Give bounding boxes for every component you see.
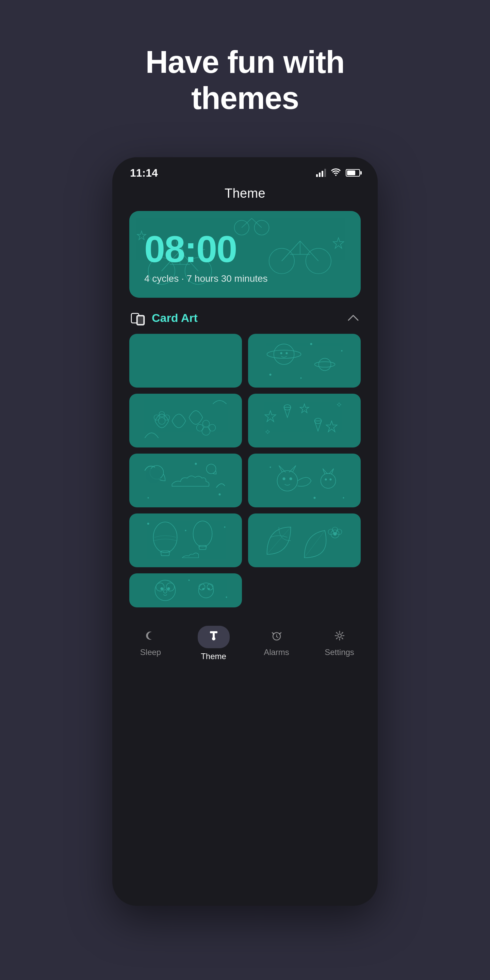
alarm-icon [271,630,282,644]
gear-icon [334,630,345,644]
svg-point-59 [343,497,344,498]
status-time: 11:14 [130,167,158,179]
svg-point-58 [270,466,271,468]
screen-title: Theme [129,186,361,201]
svg-point-70 [224,527,226,528]
section-header-left: Card Art [130,311,198,326]
time-display: 08:00 [144,227,346,270]
svg-point-61 [153,522,177,553]
svg-point-41 [203,420,210,427]
svg-point-92 [212,637,215,640]
page-headline: Have fun with themes [145,44,344,116]
svg-point-54 [290,477,292,480]
svg-point-48 [207,464,216,474]
phone-frame: 11:14 Theme [112,157,378,906]
art-card-7[interactable] [129,514,242,567]
svg-point-81 [167,587,170,590]
svg-line-95 [277,637,278,638]
art-card-8[interactable] [248,514,361,567]
svg-point-56 [325,479,327,480]
chevron-up-icon[interactable] [347,312,360,324]
screen-content: Theme [112,183,378,608]
bottom-nav: Sleep Theme [112,617,378,678]
svg-point-82 [164,590,167,593]
svg-point-96 [338,634,341,637]
nav-label-theme: Theme [201,652,226,661]
svg-point-88 [189,579,190,581]
svg-point-29 [315,362,335,367]
svg-point-60 [314,497,316,499]
card-art-section-header: Card Art [129,311,361,326]
svg-line-22 [252,218,262,227]
art-card-3[interactable] [129,394,242,447]
svg-point-80 [161,587,163,590]
art-card-5[interactable] [129,453,242,508]
svg-point-34 [280,352,282,354]
svg-rect-66 [199,546,206,550]
nav-label-sleep: Sleep [140,648,161,657]
svg-point-28 [319,358,331,371]
svg-point-26 [274,344,294,364]
nav-icon-wrap-theme [198,626,230,648]
svg-point-32 [341,350,343,352]
nav-label-alarms: Alarms [264,648,289,657]
moon-icon [145,630,156,644]
time-subtitle: 4 cycles · 7 hours 30 minutes [144,273,346,284]
battery-icon [346,169,360,177]
brush-icon [208,630,220,644]
svg-point-57 [330,479,332,480]
svg-point-78 [156,583,164,591]
svg-point-49 [195,463,197,465]
svg-point-83 [199,583,214,598]
svg-point-87 [208,588,210,590]
svg-point-50 [219,493,221,495]
svg-point-52 [277,471,298,491]
signal-icon [316,169,326,177]
card-art-label: Card Art [152,311,198,325]
svg-point-51 [148,497,149,498]
status-bar: 11:14 [112,157,378,183]
nav-item-settings[interactable]: Settings [308,630,371,657]
svg-point-65 [193,521,212,547]
svg-rect-62 [161,551,169,556]
svg-point-47 [146,468,161,483]
svg-point-55 [321,473,336,488]
art-card-2[interactable] [248,334,361,388]
svg-point-76 [334,532,337,536]
svg-point-86 [202,588,205,590]
svg-point-69 [147,523,150,525]
svg-rect-90 [210,631,218,633]
svg-point-30 [310,343,312,345]
svg-point-35 [286,352,288,354]
svg-point-43 [209,424,216,431]
time-card: 08:00 4 cycles · 7 hours 30 minutes [129,211,361,298]
svg-point-79 [166,583,175,591]
art-card-1[interactable] [129,334,242,388]
wifi-icon [331,168,341,178]
svg-line-21 [242,218,251,227]
art-grid [129,334,361,608]
art-card-9[interactable] [129,573,242,608]
card-art-icon [130,311,146,326]
svg-point-71 [185,530,186,531]
nav-item-alarms[interactable]: Alarms [245,630,308,657]
nav-item-sleep[interactable]: Sleep [119,630,182,657]
art-card-4[interactable] [248,394,361,447]
svg-rect-25 [137,316,143,324]
svg-point-31 [269,374,272,375]
nav-label-settings: Settings [325,648,354,657]
svg-point-33 [301,377,302,379]
svg-point-42 [197,424,204,431]
nav-item-theme[interactable]: Theme [182,626,245,661]
svg-point-89 [226,597,227,598]
status-icons [316,168,360,178]
art-card-6[interactable] [248,453,361,508]
svg-point-53 [283,477,285,480]
